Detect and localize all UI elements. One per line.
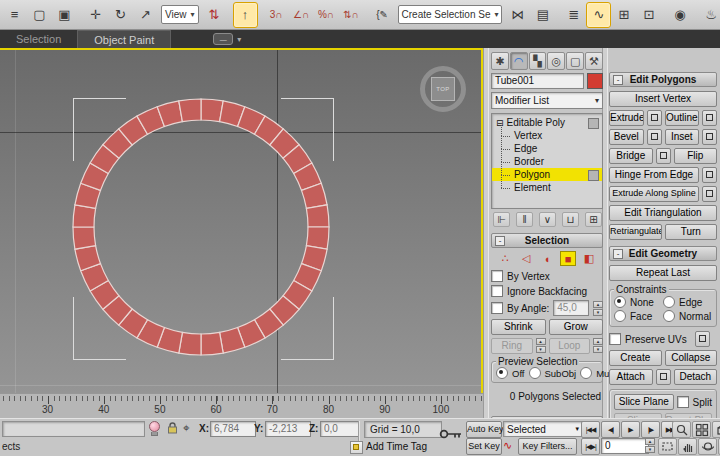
zoom-extents-all-icon[interactable] [692,421,711,438]
z-coordinate-field[interactable]: 0,0 [320,421,360,437]
orbit-icon[interactable] [698,438,717,455]
split-checkbox[interactable]: Split [677,394,712,410]
constraint-face-radio[interactable]: Face [614,310,663,322]
edit-named-selection-sets-icon[interactable]: {✎ [370,2,395,28]
percent-snap-icon[interactable]: %∩ [314,2,339,28]
viewcube[interactable]: TOP [418,64,468,114]
inset-settings-button[interactable] [702,129,717,145]
set-key-mode-icon[interactable] [438,427,464,443]
render-setup-icon[interactable]: ♨ [698,2,720,28]
frame-spinner[interactable]: ▴▾ [645,438,655,452]
set-key-button[interactable]: Set Key [466,438,502,455]
collapse-icon[interactable]: - [613,249,623,259]
by-angle-checkbox[interactable]: By Angle: 45,0 ▴▾ [491,300,603,316]
bridge-settings-button[interactable] [656,148,671,164]
element-icon[interactable]: ◧ [582,252,596,265]
modifier-stack[interactable]: ⊟ Editable Poly VertexEdgeBorderPolygonE… [491,113,603,209]
viewcube-top-face[interactable]: TOP [431,77,455,101]
angle-snap-icon[interactable]: ∠∩ [289,2,314,28]
create-tab-icon[interactable]: ✱ [491,52,509,70]
stack-item-element[interactable]: Element [492,181,602,194]
stack-item-edge[interactable]: Edge [492,142,602,155]
next-frame-button[interactable]: |▶ [641,421,660,438]
radio-icon[interactable] [663,310,675,322]
selection-rollout-header[interactable]: - Selection [491,233,603,248]
auto-key-button[interactable]: Auto Key [466,421,502,438]
turn-button[interactable]: Turn [665,224,718,240]
window-crossing-selection-icon[interactable]: ▣ [52,2,77,28]
key-mode-toggle-button[interactable]: |◀▶| [581,438,600,455]
by-angle-field[interactable]: 45,0 [553,300,589,316]
edge-icon[interactable]: ◁ [519,252,533,265]
zoom-extents-icon[interactable] [712,421,720,438]
checkbox-icon[interactable] [609,333,621,345]
remove-modifier-icon[interactable]: ⊔ [562,212,579,227]
collapse-button[interactable]: Collapse [665,350,718,366]
viewport-top[interactable]: TOP [0,48,483,395]
outline-button[interactable]: Outline [665,110,700,126]
rendered-frame-window-icon[interactable]: ⊡ [636,2,661,28]
object-color-swatch[interactable] [587,73,603,89]
align-icon[interactable]: ▤ [530,2,555,28]
checkbox-icon[interactable] [491,285,503,297]
track-bar-ruler[interactable]: 30405060708090100 [0,393,483,419]
modify-tab-icon[interactable]: ◠ [510,52,528,70]
select-and-manipulate-icon[interactable]: ⇅ [202,2,227,28]
panel-scroll-strip[interactable] [483,48,489,418]
radio-icon[interactable] [614,310,626,322]
radio-icon[interactable] [580,367,592,379]
select-and-rotate-icon[interactable]: ↻ [108,2,133,28]
zoom-region-icon[interactable] [658,438,677,455]
edit-geometry-rollout-header[interactable]: - Edit Geometry [609,246,717,261]
reference-coordinate-system-dropdown[interactable]: View▾ [161,5,199,24]
tube-polygon[interactable] [73,227,96,249]
ribbon-minimize-control[interactable]: — ▾ [213,30,241,48]
detach-button[interactable]: Detach [674,369,718,385]
checkbox-icon[interactable] [491,270,503,282]
ignore-backfacing-checkbox[interactable]: Ignore Backfacing [491,285,603,297]
stack-item-border[interactable]: Border [492,155,602,168]
play-button[interactable]: ▶ [621,421,640,438]
ring-button[interactable]: Ring [491,338,533,354]
inset-button[interactable]: Inset [665,129,700,145]
select-and-scale-icon[interactable]: ↗ [133,2,158,28]
extrude-button[interactable]: Extrude [609,110,644,126]
polygon-icon[interactable]: ■ [561,252,575,265]
edit-polygons-rollout-header[interactable]: - Edit Polygons [609,72,717,87]
retriangulate-button[interactable]: Retriangulate [609,224,662,240]
vertex-icon[interactable]: ∴ [498,252,512,265]
bevel-settings-button[interactable] [647,129,662,145]
go-to-start-button[interactable]: |◀◀ [581,421,600,438]
stack-item-toggle[interactable] [588,170,599,181]
extrude-settings-button[interactable] [647,110,662,126]
grow-button[interactable]: Grow [549,319,604,335]
shrink-button[interactable]: Shrink [491,319,546,335]
collapse-icon[interactable]: - [495,236,505,246]
stack-item-toggle[interactable] [588,118,599,129]
mirror-icon[interactable]: ⋈ [505,2,530,28]
key-filters-button[interactable]: Key Filters... [518,438,577,455]
zoom-icon[interactable] [672,421,691,438]
configure-modifier-sets-icon[interactable]: ⊞ [585,212,602,227]
new-key-curve-icon[interactable]: ∿ [503,439,512,452]
show-end-result-icon[interactable]: ‖ [516,212,533,227]
checkbox-icon[interactable] [677,396,689,408]
modifier-list-dropdown[interactable]: Modifier List ▾ [491,92,603,109]
utilities-tab-icon[interactable]: ⚒ [585,52,603,70]
spinner-snap-icon[interactable]: ⇅∩ [339,2,364,28]
preview-subobj-radio[interactable]: SubObj [529,367,577,379]
preview-off-radio[interactable]: Off [496,367,525,379]
motion-tab-icon[interactable]: ◎ [547,52,565,70]
edit-triangulation-button[interactable]: Edit Triangulation [609,205,717,221]
stack-item-polygon[interactable]: Polygon [492,168,602,181]
x-coordinate-field[interactable]: 6,784 [210,421,256,437]
extrude-along-spline-settings-button[interactable] [702,186,717,202]
absolute-mode-icon[interactable]: ⌖ [183,421,190,435]
stack-item-vertex[interactable]: Vertex [492,129,602,142]
bevel-button[interactable]: Bevel [609,129,644,145]
collapse-icon[interactable]: - [613,75,623,85]
loop-spinner[interactable]: ▴▾ [593,338,603,352]
radio-icon[interactable] [496,367,508,379]
radio-icon[interactable] [529,367,541,379]
bridge-button[interactable]: Bridge [609,148,653,164]
